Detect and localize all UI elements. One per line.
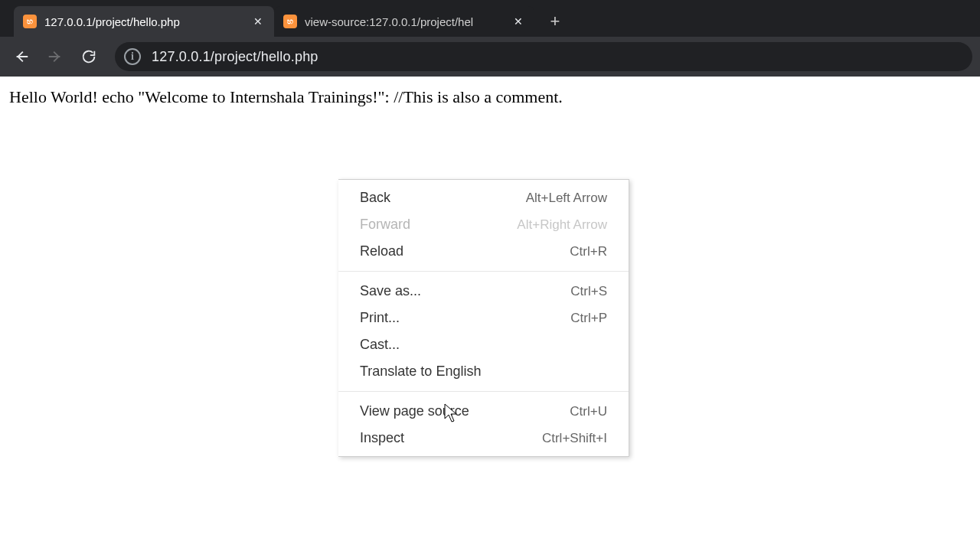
url-text: 127.0.0.1/project/hello.php — [152, 49, 318, 65]
ctx-save-as[interactable]: Save as... Ctrl+S — [338, 278, 629, 305]
forward-button[interactable] — [41, 43, 69, 70]
ctx-reload[interactable]: Reload Ctrl+R — [338, 238, 629, 265]
ctx-forward-label: Forward — [360, 217, 410, 233]
ctx-view-source[interactable]: View page source Ctrl+U — [338, 398, 629, 425]
new-tab-button[interactable]: + — [542, 8, 568, 34]
ctx-translate[interactable]: Translate to English — [338, 358, 629, 385]
ctx-inspect-shortcut: Ctrl+Shift+I — [542, 431, 607, 446]
ctx-view-source-label: View page source — [360, 403, 469, 419]
arrow-right-icon — [47, 48, 64, 65]
tab-2[interactable]: හ view-source:127.0.0.1/project/hel ✕ — [274, 6, 534, 37]
tab-strip: හ 127.0.0.1/project/hello.php ✕ හ view-s… — [0, 0, 980, 37]
tab-1[interactable]: හ 127.0.0.1/project/hello.php ✕ — [14, 6, 274, 37]
ctx-save-as-shortcut: Ctrl+S — [570, 284, 607, 299]
ctx-reload-shortcut: Ctrl+R — [570, 244, 607, 259]
ctx-print-shortcut: Ctrl+P — [570, 311, 607, 326]
tab-1-close-icon[interactable]: ✕ — [251, 15, 265, 28]
ctx-forward-shortcut: Alt+Right Arrow — [517, 217, 607, 233]
ctx-save-as-label: Save as... — [360, 283, 421, 299]
ctx-back-label: Back — [360, 190, 390, 206]
ctx-print-label: Print... — [360, 310, 400, 326]
arrow-left-icon — [13, 48, 30, 65]
context-menu: Back Alt+Left Arrow Forward Alt+Right Ar… — [338, 179, 629, 457]
ctx-back[interactable]: Back Alt+Left Arrow — [338, 184, 629, 211]
reload-icon — [80, 48, 97, 65]
ctx-view-source-shortcut: Ctrl+U — [570, 404, 607, 419]
toolbar: i 127.0.0.1/project/hello.php — [0, 37, 980, 77]
tab-2-close-icon[interactable]: ✕ — [511, 15, 525, 28]
ctx-inspect-label: Inspect — [360, 430, 404, 446]
ctx-separator-1 — [338, 271, 629, 272]
xampp-favicon-icon: හ — [23, 15, 37, 28]
page-body-text: Hello World! echo "Welcome to Internshal… — [9, 87, 563, 106]
tab-1-title: 127.0.0.1/project/hello.php — [44, 15, 245, 28]
ctx-forward: Forward Alt+Right Arrow — [338, 211, 629, 238]
ctx-cast-label: Cast... — [360, 337, 400, 353]
tab-2-title: view-source:127.0.0.1/project/hel — [305, 15, 505, 28]
back-button[interactable] — [8, 43, 35, 70]
ctx-reload-label: Reload — [360, 243, 403, 259]
xampp-favicon-icon: හ — [283, 15, 297, 28]
address-bar[interactable]: i 127.0.0.1/project/hello.php — [115, 42, 972, 71]
ctx-back-shortcut: Alt+Left Arrow — [526, 191, 607, 206]
ctx-translate-label: Translate to English — [360, 364, 481, 380]
reload-button[interactable] — [75, 43, 103, 70]
ctx-cast[interactable]: Cast... — [338, 331, 629, 358]
ctx-print[interactable]: Print... Ctrl+P — [338, 305, 629, 331]
site-info-icon[interactable]: i — [124, 48, 141, 65]
page-content: Hello World! echo "Welcome to Internshal… — [0, 77, 980, 118]
ctx-inspect[interactable]: Inspect Ctrl+Shift+I — [338, 425, 629, 452]
ctx-separator-2 — [338, 391, 629, 392]
